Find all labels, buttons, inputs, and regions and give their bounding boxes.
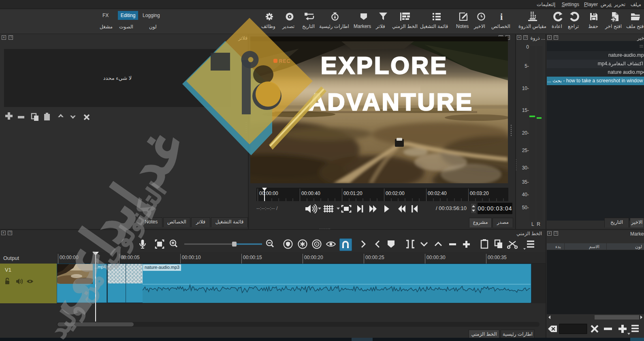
svg-text:00:00:20: 00:00:20	[304, 255, 323, 260]
svg-text:00:00:05: 00:00:05	[121, 255, 140, 260]
svg-text:00:01:20: 00:01:20	[343, 191, 363, 196]
svg-text:00:03:20: 00:03:20	[470, 191, 489, 196]
svg-text:00:00:35: 00:00:35	[488, 255, 507, 260]
svg-text:00:00:15: 00:00:15	[243, 255, 262, 260]
svg-text:00:02:00: 00:02:00	[386, 191, 405, 196]
svg-text:00:00:10: 00:00:10	[182, 255, 201, 260]
svg-text:00:02:40: 00:02:40	[428, 191, 447, 196]
svg-text:00:00:40: 00:00:40	[301, 191, 320, 196]
svg-text:00:00:00: 00:00:00	[60, 255, 79, 260]
svg-text:00:00:30: 00:00:30	[426, 255, 446, 260]
svg-text:00:00:00: 00:00:00	[259, 191, 278, 196]
svg-text:EXPLORE: EXPLORE	[321, 52, 448, 79]
svg-text:ADVANTURE: ADVANTURE	[308, 88, 473, 116]
svg-text:00:00:25: 00:00:25	[365, 255, 384, 260]
svg-text:i: i	[500, 11, 503, 22]
